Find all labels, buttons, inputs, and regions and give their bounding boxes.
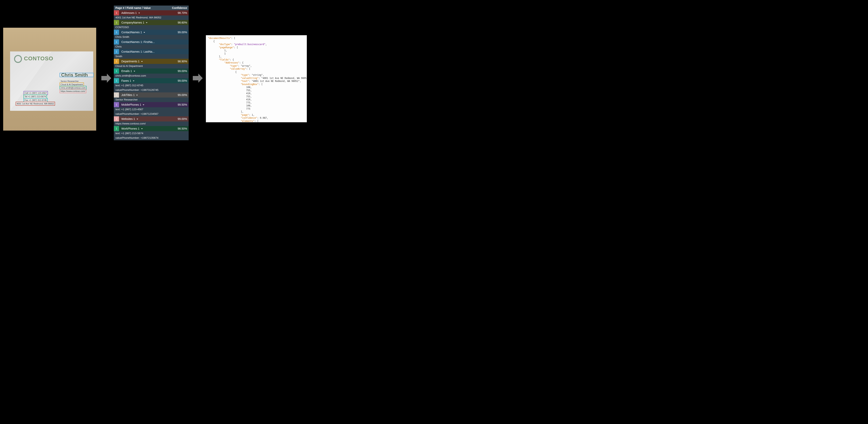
field-value: Chris <box>114 44 189 49</box>
field-value: Cloud & AI Department <box>114 64 189 68</box>
logo-icon <box>14 55 22 63</box>
field-row-contactnames-1-firstna-[interactable]: 1ContactNames 1: FirstNa... <box>114 39 189 44</box>
ocr-box-fax: Fax +1 (987) 312-6745 <box>24 98 48 102</box>
confidence-value: 99.00% <box>173 93 187 97</box>
page-badge: 1 <box>114 10 119 15</box>
page-badge: 1 <box>114 92 119 98</box>
field-name: MobilePhones 1 <box>119 103 173 106</box>
field-name: WorkPhones 1 <box>119 127 173 130</box>
field-value: text: +1 (987) 123-4567 <box>114 107 189 112</box>
json-output-panel: "documentResults": [ { "docType": "prebu… <box>206 35 307 122</box>
field-value: text: +1 (987) 213-5674 <box>114 131 189 136</box>
field-name: ContactNames 1: FirstNa... <box>119 40 173 43</box>
confidence-value: 98.60% <box>173 21 187 24</box>
field-value: 4001 1st Ave NE Redmond, WA 98052 <box>114 15 189 20</box>
field-row-emails-1[interactable]: 1Emails 199.00% <box>114 68 189 74</box>
field-value: valuePhoneNumber: +19871234567 <box>114 112 189 116</box>
page-badge: 1 <box>114 78 119 83</box>
confidence-value: 99.00% <box>173 117 187 121</box>
field-row-mobilephones-1[interactable]: 1MobilePhones 199.50% <box>114 102 189 107</box>
page-badge: 1 <box>114 20 119 25</box>
svg-marker-1 <box>193 74 203 83</box>
extracted-fields-table: Page # / Field name / Value Confidence 1… <box>114 5 189 140</box>
confidence-value: 99.00% <box>173 79 187 82</box>
svg-marker-0 <box>101 74 111 83</box>
arrow-right-icon <box>101 73 111 83</box>
page-badge: 1 <box>114 49 119 54</box>
field-row-departments-1[interactable]: 1Departments 198.90% <box>114 59 189 64</box>
field-value: Smith <box>114 54 189 59</box>
confidence-value: 99.00% <box>173 69 187 73</box>
field-name: Emails 1 <box>119 69 173 73</box>
page-badge: 1 <box>114 102 119 107</box>
field-name: ContactNames 1 <box>119 31 173 34</box>
field-name: ContactNames 1: LastNa... <box>119 50 173 53</box>
page-badge: 1 <box>114 116 119 122</box>
header-fields: Page # / Field name / Value <box>115 6 169 9</box>
ocr-box-contact-name: Chris Smith <box>60 73 94 77</box>
field-value: chris.smith@contoso.com <box>114 74 189 78</box>
field-row-jobtitles-1[interactable]: 1JobTitles 199.00% <box>114 92 189 98</box>
field-value: valuePhoneNumber: +19873126745 <box>114 88 189 92</box>
page-badge: 1 <box>114 68 119 74</box>
field-row-faxes-1[interactable]: 1Faxes 199.00% <box>114 78 189 83</box>
confidence-value: 99.50% <box>173 103 187 106</box>
field-value: text: +1 (987) 312-6745 <box>114 83 189 88</box>
field-name: Addresses 1 <box>119 11 173 14</box>
field-value: CONTOSO <box>114 25 189 30</box>
ocr-box-website: https://www.contoso.com/ <box>60 89 86 93</box>
header-confidence: Confidence <box>169 6 187 9</box>
field-name: JobTitles 1 <box>119 93 173 97</box>
field-row-addresses-1[interactable]: 1Addresses 198.70% <box>114 10 189 15</box>
confidence-value: 98.90% <box>173 60 187 63</box>
table-header: Page # / Field name / Value Confidence <box>114 5 189 10</box>
field-value: valuePhoneNumber: +19872135674 <box>114 136 189 140</box>
ocr-box-cell-phone: Cell +1 (987) 123-4567 <box>24 91 48 95</box>
field-value: Chris Smith <box>114 35 189 39</box>
confidence-value: 98.70% <box>173 11 187 14</box>
field-row-companynames-1[interactable]: 1CompanyNames 198.60% <box>114 20 189 25</box>
field-row-contactnames-1-lastna-[interactable]: 1ContactNames 1: LastNa... <box>114 49 189 54</box>
field-row-websites-1[interactable]: 1Websites 199.00% <box>114 116 189 122</box>
page-badge: 1 <box>114 30 119 35</box>
field-name: Websites 1 <box>119 117 173 121</box>
field-value: https://www.contoso.com/ <box>114 122 189 126</box>
ocr-box-address: 4001 1st Ave NE Redmond, WA 98052 <box>16 102 55 106</box>
field-value: Senior Researcher <box>114 98 189 102</box>
field-name: CompanyNames 1 <box>119 21 173 24</box>
page-badge: 1 <box>114 59 119 64</box>
source-image-panel: CONTOSO Chris Smith Senior Researcher Cl… <box>3 28 96 131</box>
field-name: Departments 1 <box>119 60 173 63</box>
page-badge: 1 <box>114 126 119 131</box>
page-badge: 1 <box>114 39 119 44</box>
field-name: Faxes 1 <box>119 79 173 82</box>
company-name: CONTOSO <box>24 55 53 62</box>
field-row-contactnames-1[interactable]: 1ContactNames 199.00% <box>114 30 189 35</box>
confidence-value: 99.00% <box>173 31 187 34</box>
arrow-right-icon <box>193 73 203 83</box>
ocr-box-work-phone: Tel +1 (987) 213-5674 <box>24 95 47 99</box>
field-row-workphones-1[interactable]: 1WorkPhones 198.50% <box>114 126 189 131</box>
confidence-value: 98.50% <box>173 127 187 130</box>
